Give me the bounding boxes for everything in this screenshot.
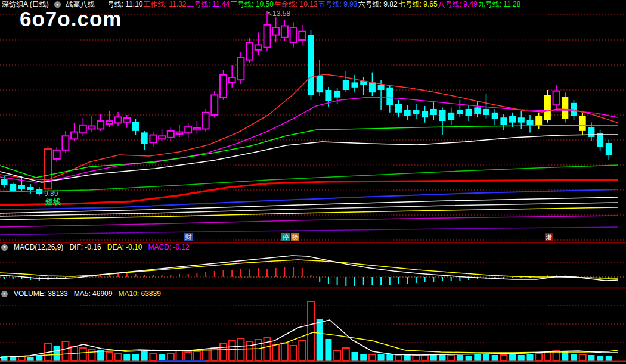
indicator-line-value: 七号线: 9.65: [398, 0, 438, 8]
watermark-logo: 6o7o.com: [20, 7, 122, 31]
event-marker[interactable]: 港: [545, 233, 553, 241]
chevron-down-icon[interactable]: ▾: [54, 1, 61, 8]
volume-value: VOLUME: 38133: [14, 290, 68, 298]
indicator-line-value: 六号线: 9.82: [358, 0, 398, 8]
chart-canvas: [0, 0, 626, 364]
indicator-line-value: 八号线: 9.49: [438, 0, 478, 8]
indicator-line-value: 三号线: 10.50: [230, 0, 274, 8]
volume-ma5-value: MA5: 46909: [74, 290, 113, 298]
short-line-signal-label: 短线: [45, 197, 61, 207]
chevron-down-icon[interactable]: ▾: [1, 291, 8, 297]
macd-dea-value: DEA: -0.10: [107, 243, 142, 251]
trading-app-window: { "header": { "title": "深纺织A (日线)", "ind…: [0, 0, 626, 364]
macd-macd-value: MACD: -0.12: [148, 243, 189, 251]
event-marker[interactable]: 榜: [291, 233, 299, 241]
indicator-header-bar: 深纺织A (日线) ▾ 战赢八线 一号线: 11.10工作线: 11.32二号线…: [0, 0, 626, 9]
indicator-readout: 一号线: 11.10工作线: 11.32二号线: 11.44三号线: 10.50…: [100, 0, 522, 10]
stock-title: 深纺织A (日线): [2, 0, 49, 10]
volume-ma10-value: MA10: 63839: [118, 290, 160, 298]
indicator-line-value: 一号线: 11.10: [100, 0, 143, 8]
indicator-line-value: 工作线: 11.32: [143, 0, 186, 8]
indicator-line-value: 生命线: 10.13: [274, 0, 318, 8]
macd-title: MACD(12,26,9): [14, 243, 63, 251]
chevron-down-icon[interactable]: ▾: [1, 244, 8, 251]
high-price-annotation: ↖13.58: [266, 10, 290, 18]
macd-panel-header: ▾ MACD(12,26,9) DIF: -0.16 DEA: -0.10 MA…: [1, 243, 190, 251]
indicator-line-value: 二号线: 11.44: [187, 0, 230, 8]
indicator-line-value: 九号线: 11.28: [478, 0, 521, 8]
event-marker[interactable]: 财: [184, 233, 193, 241]
macd-dif-value: DIF: -0.16: [69, 243, 101, 251]
event-marker[interactable]: 停: [281, 233, 290, 241]
volume-panel-header: ▾ VOLUME: 38133 MA5: 46909 MA10: 63839: [1, 290, 161, 298]
indicator-name: 战赢八线: [66, 0, 95, 10]
indicator-line-value: 五号线: 9.93: [318, 0, 358, 8]
